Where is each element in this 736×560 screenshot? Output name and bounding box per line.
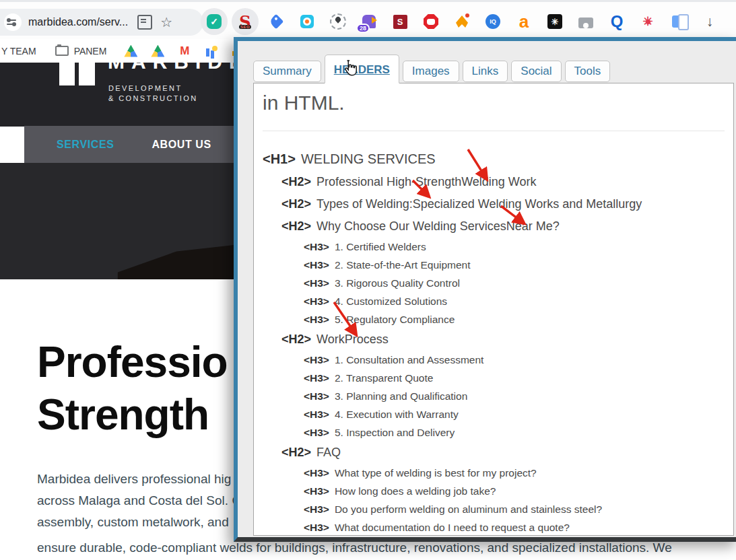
- heading-tag-label: <H3>: [304, 241, 329, 252]
- extension-glyph: [269, 14, 284, 30]
- ahrefs-a-icon[interactable]: a: [515, 13, 533, 30]
- heading-entry: <H2>FAQ: [263, 442, 725, 464]
- extension-glyph: ✳: [547, 14, 562, 29]
- paragraph-line: Marbidea delivers professional hig: [37, 472, 231, 487]
- tab-social[interactable]: Social: [511, 61, 561, 82]
- popup-tabs: SummaryHEADERSImagesLinksSocialTools: [253, 55, 610, 82]
- heading-tag-label: <H3>: [304, 259, 329, 271]
- heading-entry: <H2>Types of Welding:Specialized Welding…: [263, 193, 725, 215]
- stop-hand-icon[interactable]: [422, 13, 440, 30]
- extension-glyph: ✓: [207, 14, 222, 29]
- heading-text: FAQ: [316, 446, 341, 459]
- heading-tag-label: <H3>: [304, 295, 329, 307]
- drive-icon[interactable]: [124, 44, 137, 58]
- camera-gray-icon[interactable]: [577, 13, 595, 30]
- heading-text: 4. Execution with Warranty: [335, 409, 459, 420]
- nav-item-about-us[interactable]: ABOUT US: [152, 139, 211, 151]
- verified-check-icon[interactable]: ✓: [205, 13, 223, 30]
- heading-tag-label: <H3>: [304, 427, 329, 438]
- page-h1-line1: Professio: [37, 337, 228, 387]
- extension-glyph: [672, 15, 681, 28]
- bookmark-star-icon[interactable]: ☆: [160, 15, 172, 29]
- extension-glyph: [456, 15, 468, 28]
- tab-images[interactable]: Images: [403, 61, 459, 82]
- heading-entry: <H3>1. Certified Welders: [263, 238, 725, 256]
- black-flower-icon[interactable]: ✳: [546, 13, 564, 30]
- iq-circle-icon[interactable]: IQ: [484, 13, 502, 30]
- heading-text: 4. Customized Solutions: [335, 295, 447, 307]
- heading-tag-label: <H1>: [263, 151, 296, 166]
- heading-entry: <H3>3. Planning and Qualification: [263, 387, 725, 405]
- price-tag-icon[interactable]: [267, 13, 285, 30]
- bookmark-team[interactable]: Y TEAM: [1, 46, 36, 57]
- flame-bird-icon[interactable]: [453, 13, 471, 30]
- extension-glyph: S: [393, 15, 407, 29]
- nav-item-services[interactable]: SERVICES: [57, 139, 114, 151]
- tab-headers[interactable]: HEADERS: [325, 55, 399, 83]
- heading-text: 5. Inspection and Delivery: [335, 427, 455, 438]
- q-magnifier-icon[interactable]: Q: [608, 13, 626, 30]
- extension-glyph: Q: [611, 13, 624, 30]
- heading-entry: <H3>3. Rigorous Quality Control: [263, 274, 725, 292]
- heading-text: 3. Planning and Qualification: [335, 390, 467, 402]
- folder-icon: [55, 46, 69, 56]
- extension-glyph: a: [519, 13, 529, 30]
- heading-text: 1. Consultation and Assessment: [335, 354, 483, 365]
- bookmark-folder-label: PANEM: [74, 46, 107, 57]
- marbidea-logo-icon[interactable]: [59, 63, 96, 85]
- headings-list: <H1>WELDING SERVICES<H2>Professional Hig…: [263, 147, 725, 536]
- chart-icon[interactable]: [205, 44, 218, 58]
- seo-extension-popup: SummaryHEADERSImagesLinksSocialTools in …: [234, 37, 736, 542]
- s-square-icon[interactable]: S: [391, 13, 409, 30]
- heading-entry: <H1>WELDING SERVICES: [263, 147, 725, 171]
- heading-text: Why Choose Our Welding ServicesNear Me?: [316, 219, 560, 233]
- heading-entry: <H3>4. Customized Solutions: [263, 292, 725, 310]
- heading-text: What documentation do I need to request …: [335, 522, 570, 533]
- copy-pages-icon[interactable]: [670, 13, 688, 30]
- heading-entry: <H3>How long does a welding job take?: [263, 482, 725, 500]
- site-settings-icon[interactable]: [4, 13, 22, 31]
- heading-text: Do you perform welding on aluminum and s…: [335, 503, 602, 515]
- bookmark-folder-panem[interactable]: PANEM: [55, 46, 107, 57]
- logo-subtitle-1: DEVELOPMENT: [108, 84, 182, 92]
- gmail-icon[interactable]: M: [178, 44, 191, 58]
- spider-red-icon[interactable]: ✳: [639, 13, 657, 30]
- heading-tag-label: <H2>: [281, 446, 311, 459]
- tab-links[interactable]: Links: [463, 61, 508, 82]
- bookmark-icons-group: M: [124, 44, 245, 58]
- tab-tools[interactable]: Tools: [565, 61, 611, 82]
- heading-text: 2. Transparent Quote: [335, 372, 433, 384]
- drive-icon[interactable]: [151, 44, 164, 58]
- location-pin-icon[interactable]: [329, 13, 347, 30]
- download-arrow-icon[interactable]: ↓: [701, 13, 718, 30]
- address-bar[interactable]: marbidea.com/serv... ☆: [0, 9, 203, 36]
- extension-badge: 28: [356, 24, 370, 33]
- heading-tag-label: <H3>: [304, 277, 329, 289]
- heading-entry: <H3>4. Execution with Warranty: [263, 405, 725, 423]
- extension-glyph: ✳: [642, 15, 653, 28]
- extension-glyph: [424, 14, 438, 29]
- heading-entry: <H3>What documentation do I need to requ…: [263, 518, 725, 536]
- heading-text: 3. Rigorous Quality Control: [335, 277, 460, 289]
- v-partial-icon[interactable]: v: [732, 13, 736, 30]
- extension-glyph: [330, 13, 346, 30]
- screenshot-cyan-icon[interactable]: [298, 13, 316, 30]
- fox-badge-icon[interactable]: 28: [360, 13, 378, 30]
- tab-summary[interactable]: Summary: [253, 61, 321, 82]
- headers-panel: in HTML. <H1>WELDING SERVICES<H2>Profess…: [253, 83, 734, 536]
- heading-tag-label: <H3>: [304, 372, 329, 384]
- heading-text: WorkProcess: [316, 332, 389, 346]
- seo-icon[interactable]: SSEO: [236, 13, 254, 30]
- extension-glyph: IQ: [486, 14, 500, 29]
- extensions-row: ✓SSEO28SIQa✳Q✳↓v: [205, 7, 736, 36]
- intro-text: in HTML.: [263, 92, 725, 114]
- logo-subtitle-2: & CONSTRUCTION: [108, 94, 198, 102]
- extension-glyph: ↓: [706, 13, 714, 30]
- heading-tag-label: <H3>: [304, 485, 329, 497]
- browser-toolbar: marbidea.com/serv... ☆ ✓SSEO28SIQa✳Q✳↓v: [0, 0, 736, 41]
- url-text[interactable]: marbidea.com/serv...: [28, 16, 128, 28]
- heading-tag-label: <H3>: [304, 390, 329, 402]
- heading-entry: <H3>2. State-of-the-Art Equipment: [263, 256, 725, 274]
- translate-icon[interactable]: [137, 15, 152, 30]
- divider: [263, 131, 725, 131]
